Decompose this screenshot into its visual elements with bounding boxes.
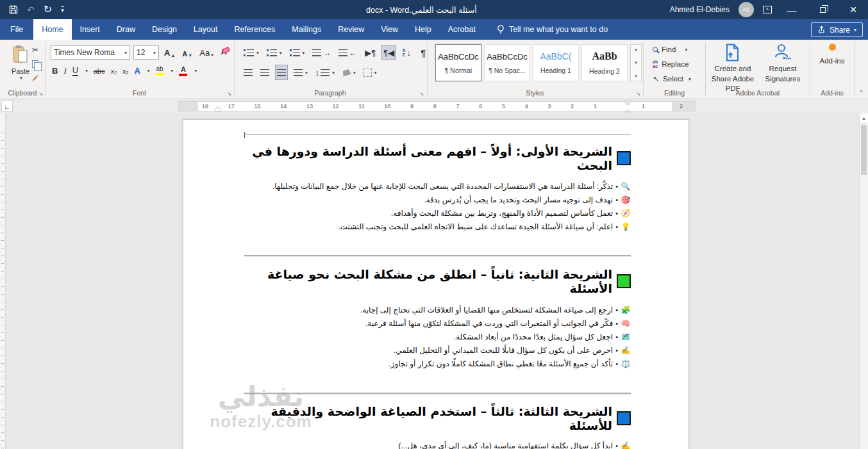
font-size-combo[interactable]: 12▾ (133, 45, 159, 60)
scrollbar-thumb[interactable] (861, 125, 867, 175)
tab-stop-selector[interactable]: ∟ (1, 101, 13, 112)
customize-qat-icon[interactable]: ▾ (61, 6, 64, 13)
tab-design[interactable]: Design (144, 19, 185, 40)
scroll-up-icon[interactable]: ▲ (860, 113, 868, 124)
heading-slide2[interactable]: الشريحة الثانية: ثانياً – انطلق من مشكلة… (244, 267, 631, 295)
tab-insert[interactable]: Insert (72, 19, 108, 40)
align-left-button[interactable] (242, 65, 254, 79)
restore-button[interactable] (812, 0, 833, 19)
shrink-font-button[interactable]: A▼ (180, 45, 194, 60)
align-right-button[interactable] (276, 65, 287, 79)
text-effects-button[interactable]: A (134, 66, 140, 76)
request-signatures-button[interactable]: Request Signatures (758, 44, 807, 84)
account-name[interactable]: Ahmed El-Debies (670, 5, 730, 14)
style-heading1[interactable]: AaBbC( Heading 1 (533, 44, 579, 81)
subscript-button[interactable]: x2 (111, 67, 117, 75)
multilevel-list-button[interactable]: ▾ (288, 45, 306, 60)
numbering-button[interactable]: ▾ (265, 45, 283, 60)
style-normal[interactable]: AaBbCcDc ¶ Normal (435, 44, 481, 81)
share-button[interactable]: Share ▾ (811, 22, 863, 37)
save-icon[interactable] (9, 5, 18, 14)
bold-button[interactable]: B (52, 66, 58, 76)
avatar[interactable]: AE (739, 2, 754, 17)
horizontal-ruler[interactable]: 1817151413121110987654321 12 (178, 101, 696, 111)
font-name-combo[interactable]: Times New Roma▾ (51, 45, 130, 60)
bullet-list-1[interactable]: 🔍•تذكَّر: أسئلة الدراسة هي الاستفسارات ا… (244, 179, 631, 233)
tab-mailings[interactable]: Mailings (283, 19, 330, 40)
replace-button[interactable]: abac Replace (653, 58, 691, 70)
rtl-direction-button[interactable]: ¶◀ (382, 45, 396, 60)
ltr-direction-button[interactable]: ▶¶ (363, 45, 377, 60)
clipboard-dialog-launcher[interactable]: ↘ (38, 91, 43, 97)
superscript-button[interactable]: x2 (122, 67, 128, 75)
green-square-icon (617, 274, 631, 288)
first-line-indent-marker-icon[interactable] (624, 101, 631, 113)
magnifier-emoji-icon: 🔍 (621, 182, 631, 191)
heading-slide1[interactable]: الشريحة الأولى: أولاً – افهم معنى أسئلة … (244, 144, 631, 172)
tab-view[interactable]: View (372, 19, 406, 40)
increase-indent-button[interactable]: ← (337, 45, 358, 60)
ribbon-display-options-icon[interactable]: ˄ (763, 6, 772, 13)
decrease-indent-button[interactable]: → (311, 45, 332, 60)
styles-scroll-up-icon[interactable]: ▴ (635, 47, 637, 52)
styles-gallery-scroll[interactable]: ▴ ▾ ▾ (630, 44, 642, 81)
change-case-button[interactable]: Aa▾ (197, 45, 215, 60)
create-share-pdf-button[interactable]: Create and Share Adobe PDF (708, 44, 757, 94)
align-center-button[interactable] (259, 65, 271, 79)
style-no-spacing[interactable]: AaBbCcDc ¶ No Spac... (484, 44, 530, 81)
clear-formatting-button[interactable]: A (221, 47, 227, 56)
strikethrough-button[interactable]: abc (94, 67, 105, 75)
select-button[interactable]: ↖ Select▾ (653, 73, 691, 85)
vertical-scrollbar[interactable]: ▲ (859, 113, 868, 449)
font-color-button[interactable]: A (179, 66, 187, 76)
borders-button[interactable]: ▾ (362, 65, 378, 79)
heading-slide3[interactable]: الشريحة الثالثة: ثالثاً – استخدم الصياغة… (244, 404, 631, 432)
styles-more-icon[interactable]: ▾ (635, 74, 637, 79)
styles-scroll-down-icon[interactable]: ▾ (635, 60, 637, 65)
tab-draw[interactable]: Draw (108, 19, 144, 40)
bullets-button[interactable]: ▾ (242, 45, 260, 60)
paragraph-dialog-launcher[interactable]: ↘ (419, 91, 424, 97)
acrobat-group-label: Adobe Acrobat (706, 89, 810, 97)
undo-icon[interactable]: ↶ (27, 5, 35, 14)
tab-acrobat[interactable]: Acrobat (440, 19, 484, 40)
pdf-share-icon (725, 44, 740, 61)
underline-caret-icon[interactable]: ▾ (85, 68, 88, 74)
bullet-list-3[interactable]: ✍️•ابدأ كل سؤال بكلمة استفهامية مناسبة (… (244, 439, 631, 449)
italic-button[interactable]: I (63, 66, 66, 76)
tab-home[interactable]: Home (33, 19, 71, 40)
close-button[interactable]: × (842, 0, 864, 19)
collapse-ribbon-icon[interactable]: ⌃ (859, 89, 864, 96)
cursor-icon: ↖ (653, 74, 659, 83)
tab-layout[interactable]: Layout (185, 19, 226, 40)
copy-icon[interactable] (29, 59, 41, 69)
styles-dialog-launcher[interactable]: ↘ (636, 91, 640, 97)
highlight-color-button[interactable]: ab (156, 66, 164, 76)
document-page[interactable]: الشريحة الأولى: أولاً – افهم معنى أسئلة … (183, 119, 689, 449)
clipboard-group: Paste ▾ ✂ Clipboard ↘ (0, 40, 45, 99)
tell-me-box[interactable]: Tell me what you want to do (497, 19, 608, 40)
justify-button[interactable]: ▾ (292, 65, 309, 79)
puzzle-emoji-icon: 🧩 (621, 306, 631, 314)
indent-marker-icon[interactable] (215, 106, 221, 111)
grow-font-button[interactable]: A▲ (162, 45, 177, 60)
style-heading2[interactable]: AaBb Heading 2 (581, 44, 628, 81)
minimize-button[interactable]: — (781, 0, 803, 19)
sort-button[interactable]: AZ↓ (401, 45, 412, 60)
tab-file[interactable]: File (0, 19, 33, 40)
find-button[interactable]: Find▾ (653, 44, 691, 55)
font-dialog-launcher[interactable]: ↘ (227, 91, 231, 97)
tab-review[interactable]: Review (330, 19, 372, 40)
tab-help[interactable]: Help (406, 19, 440, 40)
replace-icon: abac (653, 60, 658, 69)
tab-references[interactable]: References (226, 19, 283, 40)
addins-button[interactable]: Add-ins (810, 44, 854, 65)
vertical-ruler[interactable] (0, 113, 6, 449)
redo-icon[interactable]: ↻ (44, 4, 52, 15)
cut-icon[interactable]: ✂ (29, 45, 41, 55)
format-painter-icon[interactable] (29, 73, 41, 83)
underline-button[interactable]: U (72, 65, 78, 76)
line-spacing-button[interactable]: ↕▾ (314, 65, 336, 79)
bullet-list-2[interactable]: 🧩•ارجع إلى صياغة المشكلة لتستخلص منها ال… (244, 303, 631, 370)
shading-button[interactable]: ▾ (341, 65, 357, 79)
